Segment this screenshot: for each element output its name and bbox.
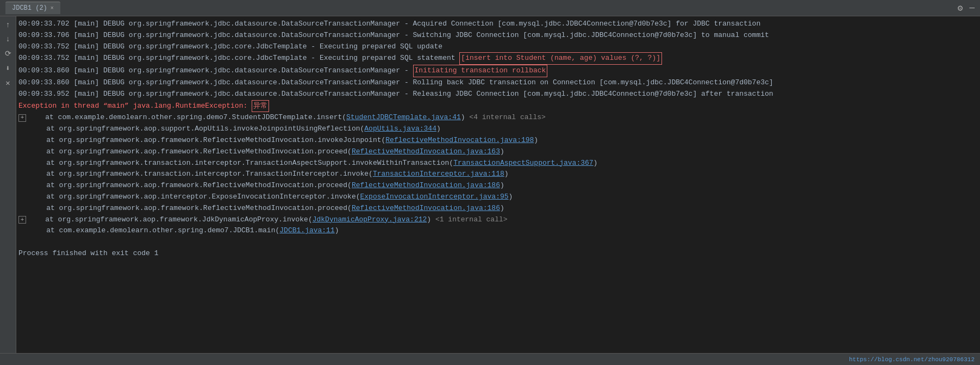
download-icon[interactable]: ⬇ [3,64,14,73]
stack-prefix: at org.springframework.aop.support.AopUt… [29,123,364,135]
log-prefix: 00:09:33.752 [main] DEBUG org.springfram… [18,53,459,64]
log-line: 00:09:33.752 [main] DEBUG org.springfram… [18,41,976,53]
stack-prefix: at org.springframework.aop.framework.Ref… [29,180,352,191]
stack-link[interactable]: ExposeInvocationInterceptor.java:95 [360,191,509,203]
sql-statement-highlight: [insert into Student (name, age) values … [459,52,662,65]
expand-button[interactable]: + [18,216,26,224]
title-bar-actions: ⚙ — [958,3,975,14]
process-exit-line: Process finished with exit code 1 [18,248,976,259]
sidebar: ↑ ↓ ⟳ ⬇ ✕ [0,16,16,353]
stack-suffix: ) [461,112,470,123]
stack-link[interactable]: JDCB1.java:11 [279,225,334,237]
stack-prefix: at com.example.demolearn.other.spring.de… [28,112,346,123]
main-area: ↑ ↓ ⟳ ⬇ ✕ 00:09:33.702 [main] DEBUG org.… [0,16,980,353]
stack-link[interactable]: ReflectiveMethodInvocation.java:186 [352,203,500,214]
stack-link[interactable]: ReflectiveMethodInvocation.java:198 [385,135,534,146]
stacktrace-line: + at org.springframework.aop.framework.J… [18,214,976,226]
log-line-rollback: 00:09:33.860 [main] DEBUG org.springfram… [18,65,976,77]
stack-prefix: at org.springframework.aop.framework.Ref… [29,146,352,158]
stack-suffix: ) [509,191,513,203]
empty-line [18,237,976,248]
exception-line: Exception in thread “main” java.lang.Run… [18,100,976,113]
stacktrace-line: at org.springframework.transaction.inter… [18,158,976,169]
console-output: 00:09:33.702 [main] DEBUG org.springfram… [16,16,980,353]
log-line-sql: 00:09:33.752 [main] DEBUG org.springfram… [18,52,976,65]
title-bar: JDCB1 (2) × ⚙ — [0,0,980,16]
stack-prefix: at org.springframework.aop.framework.Ref… [29,203,352,214]
expand-button[interactable]: + [18,114,26,122]
exception-label: 异常 [252,100,269,113]
stack-suffix: ) [500,180,504,191]
stacktrace-line: at org.springframework.aop.interceptor.E… [18,191,976,203]
tab-close-button[interactable]: × [51,5,54,11]
internal-calls: <1 internal call> [435,214,508,226]
stack-suffix: ) [504,169,509,180]
refresh-icon[interactable]: ⟳ [3,49,14,58]
stack-suffix: ) [335,225,339,237]
stack-prefix: at org.springframework.aop.framework.Ref… [29,135,385,146]
status-bar: https://blog.csdn.net/zhou920786312 [0,353,980,365]
stack-suffix: ) [427,214,435,226]
stacktrace-line: at org.springframework.transaction.inter… [18,169,976,180]
stack-suffix: ) [436,123,441,135]
exception-prefix: Exception in thread “main” java.lang.Run… [18,101,252,112]
stack-link[interactable]: JdkDynamicAopProxy.java:212 [313,214,427,226]
stack-link[interactable]: TransactionAspectSupport.java:367 [453,158,593,169]
stacktrace-line: at org.springframework.aop.framework.Ref… [18,180,976,191]
stacktrace-line: at org.springframework.aop.framework.Ref… [18,203,976,214]
stacktrace-line: + at com.example.demolearn.other.spring.… [18,112,976,123]
log-line: 00:09:33.860 [main] DEBUG org.springfram… [18,77,976,89]
stack-suffix: ) [534,135,538,146]
stack-prefix: at com.example.demolearn.other.spring.de… [29,225,279,237]
blog-url[interactable]: https://blog.csdn.net/zhou920786312 [849,356,975,363]
internal-calls: <4 internal calls> [469,112,545,123]
stack-link[interactable]: ReflectiveMethodInvocation.java:186 [352,180,500,191]
scroll-up-icon[interactable]: ↑ [3,21,14,29]
settings-icon[interactable]: ⚙ [958,3,963,14]
scroll-down-icon[interactable]: ↓ [3,35,14,44]
process-exit-text: Process finished with exit code 1 [18,248,158,259]
log-line: 00:09:33.702 [main] DEBUG org.springfram… [18,18,976,30]
log-text: 00:09:33.952 [main] DEBUG org.springfram… [18,89,773,100]
log-prefix: 00:09:33.860 [main] DEBUG org.springfram… [18,65,413,77]
stacktrace-line: at org.springframework.aop.support.AopUt… [18,123,976,135]
minimize-icon[interactable]: — [969,3,975,13]
rollback-highlight: Initiating transaction rollback [413,65,548,77]
stack-prefix: at org.springframework.aop.framework.Jdk… [28,214,313,226]
clear-icon[interactable]: ✕ [3,78,14,88]
log-text: 00:09:33.860 [main] DEBUG org.springfram… [18,77,773,89]
stack-prefix: at org.springframework.aop.interceptor.E… [29,191,360,203]
tab-label: JDCB1 (2) [12,4,47,12]
stack-prefix: at org.springframework.transaction.inter… [29,169,373,180]
log-line: 00:09:33.952 [main] DEBUG org.springfram… [18,89,976,100]
stack-prefix: at org.springframework.transaction.inter… [29,158,453,169]
log-text: 00:09:33.706 [main] DEBUG org.springfram… [18,30,769,41]
stack-link[interactable]: AopUtils.java:344 [364,123,436,135]
stack-link[interactable]: TransactionInterceptor.java:118 [373,169,504,180]
log-line: 00:09:33.706 [main] DEBUG org.springfram… [18,30,976,41]
stacktrace-line: at org.springframework.aop.framework.Ref… [18,146,976,158]
stacktrace-line: at org.springframework.aop.framework.Ref… [18,135,976,146]
log-text: 00:09:33.702 [main] DEBUG org.springfram… [18,18,760,30]
stack-link[interactable]: StudentJDBCTemplate.java:41 [346,112,461,123]
stack-suffix: ) [500,203,504,214]
stack-suffix: ) [594,158,598,169]
log-text: 00:09:33.752 [main] DEBUG org.springfram… [18,41,442,53]
stack-suffix: ) [500,146,504,158]
stack-link[interactable]: ReflectiveMethodInvocation.java:163 [352,146,500,158]
tab-area: JDCB1 (2) × [5,2,60,14]
stacktrace-line: at com.example.demolearn.other.spring.de… [18,225,976,237]
console-tab[interactable]: JDCB1 (2) × [5,2,60,14]
